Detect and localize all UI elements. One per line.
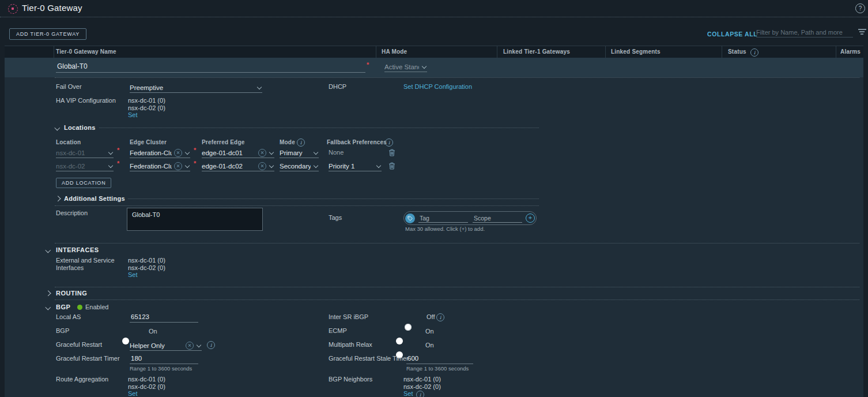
col-fallback-preferences: Fallback Preferences [327,139,387,145]
status-info-icon[interactable] [750,48,758,57]
help-icon[interactable] [855,3,865,13]
description-label: Description [56,209,88,216]
header-divider [0,17,868,17]
filter-icon[interactable] [858,29,866,35]
edge-cluster-select[interactable]: Federation-Cluste [130,161,190,171]
chevron-down-icon [269,163,274,167]
required-asterisk [194,147,196,153]
inter-sr-info-icon[interactable] [436,313,444,321]
col-preferred-edge: Preferred Edge [202,139,245,145]
graceful-restart-label: Graceful Restart [56,341,102,348]
delete-location-icon[interactable] [388,148,395,159]
scope-input[interactable] [473,214,522,223]
edge-cluster-select[interactable]: Federation-Cluste [130,148,190,158]
chevron-down-icon [314,149,318,154]
column-divider [722,46,722,58]
chevron-down-icon [185,163,190,167]
gr-stale-timer-hint: Range 1 to 3600 seconds [406,365,469,372]
fallback-info-icon[interactable] [385,138,393,147]
bgp-enabled-status: Enabled [85,304,108,310]
chevron-down-icon [422,63,427,68]
gr-stale-timer-input[interactable] [406,354,473,364]
chevron-down-icon [197,342,201,347]
clear-selection-icon[interactable] [174,162,182,170]
route-aggregation-value: nsx-dc-01 (0) [128,376,165,383]
add-tag-icon[interactable] [526,214,535,223]
chevron-down-icon [269,149,274,154]
col-header-linked-segments[interactable]: Linked Segments [611,48,661,55]
col-edge-cluster: Edge Cluster [130,139,167,145]
tags-label: Tags [329,214,342,221]
tag-icon [405,214,415,223]
location-select[interactable]: nsx-dc-01 [56,148,114,158]
local-as-label: Local AS [56,313,81,320]
clear-selection-icon[interactable] [174,149,182,157]
set-dhcp-configuration-link[interactable]: Set DHCP Configuration [403,83,472,90]
gateway-name-input[interactable] [56,61,365,73]
ha-vip-set-link[interactable]: Set [128,111,138,118]
clear-selection-icon[interactable] [186,342,194,350]
gr-timer-input[interactable] [130,354,198,364]
clear-selection-icon[interactable] [258,149,266,157]
ecmp-state: On [425,328,434,335]
additional-settings-title[interactable]: Additional Settings [64,195,125,202]
required-asterisk [194,160,196,167]
page-title: Tier-0 Gateway [22,3,82,13]
col-header-ha-mode[interactable]: HA Mode [382,48,407,55]
collapse-all-link[interactable]: COLLAPSE ALL [707,31,757,38]
section-divider [55,299,859,300]
ecmp-label: ECMP [329,327,347,334]
preferred-edge-select[interactable]: edge-01-dc01 [202,148,274,158]
gr-timer-hint: Range 1 to 3600 seconds [130,365,192,372]
route-aggregation-label: Route Aggregation [56,376,108,383]
interfaces-value: nsx-dc-01 (0) [128,257,165,264]
filter-input[interactable] [756,28,853,38]
ha-mode-select[interactable]: Active Standby [384,62,427,72]
col-header-alarms[interactable]: Alarms [840,48,861,55]
add-location-button[interactable]: ADD LOCATION [56,178,111,188]
external-service-label: External and Service [56,257,115,264]
column-divider [836,46,836,58]
mode-select[interactable]: Primary [280,148,319,158]
col-header-linked-t1[interactable]: Linked Tier-1 Gateways [503,48,570,55]
chevron-down-icon [185,149,190,154]
mode-info-icon[interactable] [297,138,305,147]
locations-section-title[interactable]: Locations [64,124,96,131]
route-aggregation-set-link[interactable]: Set [128,390,138,397]
routing-section-title[interactable]: ROUTING [56,290,87,297]
tags-helper-text: Max 30 allowed. Click (+) to add. [405,226,485,232]
interfaces-section-title[interactable]: INTERFACES [56,246,99,253]
column-divider [376,46,376,58]
inter-sr-ibgp-label: Inter SR iBGP [329,313,368,320]
preferred-edge-select[interactable]: edge-01-dc02 [202,161,274,171]
bgp-neighbors-label: BGP Neighbors [329,376,372,383]
chevron-down-icon [108,149,113,154]
delete-location-icon[interactable] [388,162,395,172]
fallback-select[interactable]: Priority 1 [329,161,382,171]
mode-select[interactable]: Secondary [280,161,319,171]
col-header-status[interactable]: Status [728,48,746,55]
col-mode: Mode [280,139,295,145]
section-divider [55,205,539,206]
bgp-section-title[interactable]: BGP [56,304,70,310]
fallback-value: None [329,149,344,156]
tag-input[interactable] [418,214,468,223]
interfaces-set-link[interactable]: Set [128,271,138,278]
ha-vip-value: nsx-dc-01 (0) [128,97,165,104]
description-textarea[interactable]: Global-T0 [127,208,263,231]
clear-selection-icon[interactable] [258,162,266,170]
fail-over-select[interactable]: Preemptive [130,83,262,93]
chevron-down-icon [376,163,381,167]
bgp-neighbors-set-link[interactable]: Set [403,390,413,397]
section-divider [55,243,859,244]
graceful-restart-select[interactable]: Helper Only [130,340,202,351]
graceful-restart-info-icon[interactable] [207,341,215,349]
bgp-neighbors-info-icon[interactable] [416,391,424,397]
add-tier0-gateway-button[interactable]: ADD TIER-0 GATEWAY [9,28,86,40]
bgp-neighbors-value: nsx-dc-01 (0) [403,376,441,383]
col-header-name[interactable]: Tier-0 Gateway Name [56,48,116,55]
local-as-input[interactable] [130,312,198,323]
location-select[interactable]: nsx-dc-02 [56,161,114,171]
chevron-down-icon [314,163,318,167]
multipath-relax-label: Multipath Relax [329,341,372,348]
